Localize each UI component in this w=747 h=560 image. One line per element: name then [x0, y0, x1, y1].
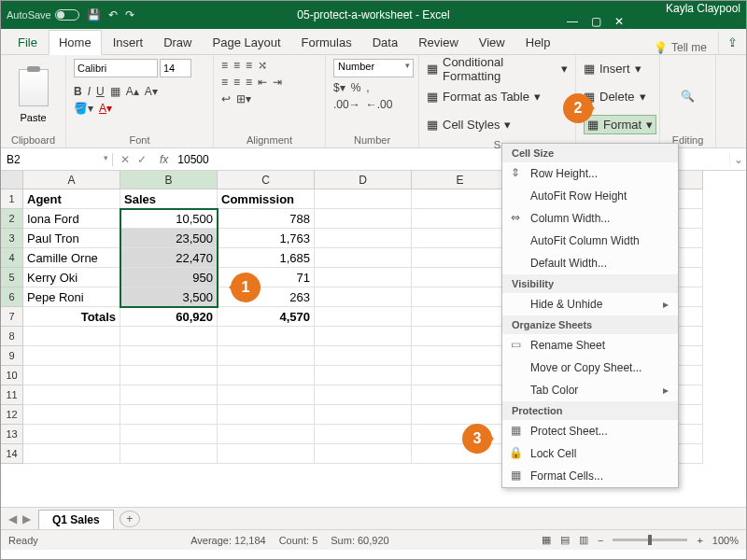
- fill-color-button[interactable]: 🪣▾: [74, 102, 93, 115]
- col-header[interactable]: C: [218, 171, 315, 189]
- cell[interactable]: Pepe Roni: [23, 287, 120, 307]
- cell[interactable]: [218, 444, 315, 464]
- enter-formula-icon[interactable]: ✓: [137, 153, 147, 166]
- expand-formula-bar-icon[interactable]: ⌄: [729, 153, 746, 166]
- cell[interactable]: [23, 385, 120, 405]
- comma-icon[interactable]: ,: [366, 81, 369, 94]
- increase-font-icon[interactable]: A▴: [126, 85, 139, 98]
- decrease-font-icon[interactable]: A▾: [145, 85, 158, 98]
- cell[interactable]: [218, 346, 315, 366]
- cell[interactable]: [412, 229, 509, 248]
- cell[interactable]: [315, 307, 412, 327]
- cell[interactable]: [412, 405, 509, 425]
- menu-format-cells[interactable]: ▦Format Cells...: [502, 465, 678, 487]
- view-pagelayout-icon[interactable]: ▤: [560, 534, 570, 546]
- cell[interactable]: [315, 268, 412, 287]
- cell[interactable]: [218, 327, 315, 346]
- tab-draw[interactable]: Draw: [154, 31, 201, 54]
- name-box[interactable]: B2: [1, 153, 113, 166]
- redo-icon[interactable]: ↷: [125, 8, 134, 21]
- cell[interactable]: [218, 425, 315, 444]
- merge-icon[interactable]: ⊞▾: [236, 92, 251, 105]
- number-format-select[interactable]: Number: [333, 59, 414, 77]
- tell-me[interactable]: 💡Tell me: [654, 41, 716, 54]
- tab-view[interactable]: View: [470, 31, 514, 54]
- menu-default-width[interactable]: Default Width...: [502, 252, 678, 274]
- row-header[interactable]: 7: [1, 307, 23, 327]
- tab-data[interactable]: Data: [363, 31, 407, 54]
- cell[interactable]: [23, 346, 120, 366]
- cell[interactable]: [315, 346, 412, 366]
- cell[interactable]: [315, 229, 412, 248]
- cell[interactable]: [120, 425, 218, 444]
- zoom-slider[interactable]: [613, 539, 687, 541]
- select-all-corner[interactable]: [1, 171, 23, 189]
- cell[interactable]: [315, 405, 412, 425]
- italic-button[interactable]: I: [88, 85, 91, 98]
- cell[interactable]: [120, 327, 218, 346]
- align-right-icon[interactable]: ≡: [246, 76, 252, 89]
- add-sheet-button[interactable]: +: [120, 511, 140, 527]
- close-icon[interactable]: ✕: [614, 15, 624, 28]
- autosave-toggle[interactable]: AutoSave: [7, 9, 79, 21]
- cell[interactable]: 10,500: [120, 209, 218, 229]
- cell[interactable]: [315, 189, 412, 209]
- cell[interactable]: 1,763: [218, 229, 315, 248]
- zoom-in-icon[interactable]: +: [697, 535, 702, 546]
- cell[interactable]: 788: [218, 209, 315, 229]
- cell[interactable]: [412, 346, 509, 366]
- editing-icon[interactable]: 🔍: [681, 90, 695, 103]
- cell[interactable]: Agent: [23, 189, 120, 209]
- zoom-level[interactable]: 100%: [712, 535, 739, 546]
- align-bottom-icon[interactable]: ≡: [246, 59, 252, 72]
- prev-sheet-icon[interactable]: ◀: [8, 512, 17, 525]
- cell[interactable]: [315, 425, 412, 444]
- cell[interactable]: 950: [120, 268, 218, 287]
- cell[interactable]: [23, 425, 120, 444]
- row-header[interactable]: 9: [1, 346, 23, 366]
- row-header[interactable]: 11: [1, 385, 23, 405]
- cell[interactable]: 4,570: [218, 307, 315, 327]
- cell[interactable]: 60,920: [120, 307, 218, 327]
- col-header[interactable]: E: [412, 171, 509, 189]
- insert-cells-button[interactable]: Insert: [599, 62, 630, 76]
- cell[interactable]: 3,500: [120, 287, 218, 307]
- view-normal-icon[interactable]: ▦: [542, 534, 551, 546]
- cell-styles-button[interactable]: Cell Styles: [443, 118, 500, 132]
- row-header[interactable]: 14: [1, 444, 23, 464]
- align-top-icon[interactable]: ≡: [221, 59, 228, 72]
- percent-icon[interactable]: %: [351, 81, 361, 94]
- cell[interactable]: [120, 385, 218, 405]
- cell[interactable]: Paul Tron: [23, 229, 120, 248]
- cell[interactable]: 23,500: [120, 229, 218, 248]
- tab-help[interactable]: Help: [516, 31, 560, 54]
- font-color-button[interactable]: A▾: [99, 102, 112, 115]
- row-header[interactable]: 13: [1, 425, 23, 444]
- conditional-formatting-button[interactable]: Conditional Formatting: [443, 55, 557, 83]
- col-header[interactable]: A: [23, 171, 120, 189]
- currency-icon[interactable]: $▾: [333, 81, 345, 94]
- align-middle-icon[interactable]: ≡: [233, 59, 240, 72]
- cell[interactable]: [412, 189, 509, 209]
- share-button[interactable]: ⇪: [718, 31, 746, 54]
- format-as-table-button[interactable]: Format as Table: [443, 90, 529, 104]
- menu-lock-cell[interactable]: 🔒Lock Cell: [502, 442, 678, 465]
- tab-page-layout[interactable]: Page Layout: [204, 31, 290, 54]
- cell[interactable]: [315, 248, 412, 268]
- fx-icon[interactable]: fx: [154, 153, 174, 166]
- cell[interactable]: [412, 444, 509, 464]
- cell[interactable]: [412, 268, 509, 287]
- cell[interactable]: [218, 405, 315, 425]
- cell[interactable]: [315, 444, 412, 464]
- menu-protect-sheet[interactable]: ▦Protect Sheet...: [502, 420, 678, 442]
- menu-hide-unhide[interactable]: Hide & Unhide▸: [502, 293, 678, 315]
- tab-insert[interactable]: Insert: [104, 31, 153, 54]
- cell[interactable]: [412, 307, 509, 327]
- cell[interactable]: [315, 209, 412, 229]
- increase-decimal-icon[interactable]: .00→: [333, 98, 360, 111]
- row-header[interactable]: 1: [1, 189, 23, 209]
- row-header[interactable]: 5: [1, 268, 23, 287]
- paste-icon[interactable]: [19, 69, 49, 106]
- cell[interactable]: [23, 327, 120, 346]
- indent-inc-icon[interactable]: ⇥: [273, 76, 282, 89]
